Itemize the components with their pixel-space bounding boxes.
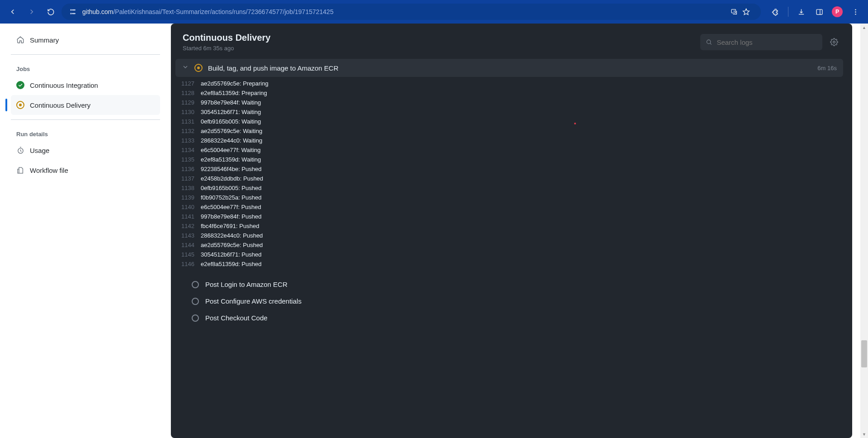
side-panel-icon[interactable] [811, 4, 827, 20]
settings-button[interactable] [827, 35, 841, 49]
log-line: 11303054512b6f71: Waiting [175, 107, 843, 117]
sidebar: Summary Jobs Continuous Integration Cont… [0, 24, 171, 438]
post-step[interactable]: Post Configure AWS credentials [175, 293, 843, 309]
svg-point-10 [707, 40, 710, 43]
log-line: 1128e2ef8a51359d: Preparing [175, 88, 843, 98]
post-step[interactable]: Post Login to Amazon ECR [175, 276, 843, 293]
home-icon [16, 36, 24, 44]
sidebar-job-ci[interactable]: Continuous Integration [11, 75, 160, 95]
log-line: 1129997b8e79e84f: Waiting [175, 98, 843, 107]
search-logs-input[interactable] [717, 38, 817, 46]
status-pending-icon [192, 314, 199, 322]
svg-point-6 [855, 9, 856, 10]
log-line: 11380efb9165b005: Pushed [175, 183, 843, 193]
search-icon [706, 38, 712, 46]
jobs-section-title: Jobs [11, 59, 160, 75]
log-line: 1142fbc4f6ce7691: Pushed [175, 221, 843, 231]
profile-avatar[interactable]: P [829, 4, 845, 20]
post-step-label: Post Login to Amazon ECR [205, 281, 288, 288]
status-running-icon [16, 101, 24, 109]
gear-icon [830, 38, 838, 46]
svg-rect-2 [72, 10, 75, 10]
step-title: Build, tag, and push image to Amazon ECR [208, 64, 812, 72]
file-icon [16, 166, 24, 174]
status-success-icon [16, 81, 24, 89]
workflow-started: Started 6m 35s ago [183, 45, 270, 52]
scroll-thumb[interactable] [861, 340, 867, 367]
sidebar-usage-label: Usage [30, 147, 49, 154]
log-line: 1144ae2d55769c5e: Pushed [175, 240, 843, 250]
scroll-down-arrow[interactable]: ▼ [860, 430, 868, 438]
sidebar-summary-label: Summary [30, 36, 59, 44]
log-line: 11332868322e44c0: Waiting [175, 136, 843, 145]
step-duration: 6m 16s [817, 65, 837, 71]
browser-toolbar: github.com/PaletiKrishnasai/Text-Summari… [0, 0, 868, 24]
log-output: 1127ae2d55769c5e: Preparing1128e2ef8a513… [175, 77, 843, 276]
address-bar[interactable]: github.com/PaletiKrishnasai/Text-Summari… [61, 4, 761, 20]
svg-rect-5 [816, 9, 822, 14]
post-step-label: Post Configure AWS credentials [205, 297, 302, 305]
install-app-icon[interactable] [729, 7, 739, 17]
url-text: github.com/PaletiKrishnasai/Text-Summari… [82, 8, 334, 15]
svg-rect-3 [72, 13, 75, 14]
workflow-title: Continuous Delivery [183, 33, 270, 43]
post-step-label: Post Checkout Code [205, 314, 268, 322]
log-line: 1134e6c5004ee77f: Waiting [175, 145, 843, 155]
svg-point-7 [855, 11, 856, 13]
log-line: 11432868322e44c0: Pushed [175, 231, 843, 240]
status-running-icon [194, 64, 203, 72]
log-line: 1139f0b90752b25a: Pushed [175, 193, 843, 202]
chevron-down-icon [182, 63, 189, 72]
downloads-icon[interactable] [793, 4, 809, 20]
step-header[interactable]: Build, tag, and push image to Amazon ECR… [175, 59, 843, 77]
sidebar-usage[interactable]: Usage [11, 140, 160, 160]
log-line: 1140e6c5004ee77f: Pushed [175, 202, 843, 212]
scroll-up-arrow[interactable]: ▲ [860, 24, 868, 31]
log-line: 113692238546f4be: Pushed [175, 164, 843, 174]
log-line: 11453054512b6f71: Pushed [175, 250, 843, 259]
post-step[interactable]: Post Checkout Code [175, 309, 843, 326]
log-line: 1127ae2d55769c5e: Preparing [175, 79, 843, 88]
sidebar-workflow-file[interactable]: Workflow file [11, 160, 160, 180]
log-line: 1135e2ef8a51359d: Waiting [175, 155, 843, 164]
sidebar-summary[interactable]: Summary [11, 30, 160, 50]
reload-button[interactable] [42, 4, 59, 20]
run-details-section-title: Run details [11, 124, 160, 140]
log-line: 1141997b8e79e84f: Pushed [175, 212, 843, 221]
back-button[interactable] [5, 4, 21, 20]
log-line: 1132ae2d55769c5e: Waiting [175, 126, 843, 136]
cursor-dot [574, 123, 576, 124]
svg-point-11 [833, 41, 835, 43]
site-info-icon[interactable] [68, 7, 78, 17]
log-line: 1146e2ef8a51359d: Pushed [175, 259, 843, 269]
page-scrollbar[interactable]: ▲ ▼ [860, 24, 868, 438]
bookmark-star-icon[interactable] [741, 7, 751, 17]
forward-button[interactable] [24, 4, 40, 20]
log-line: 1137e2458b2ddbdb: Pushed [175, 174, 843, 183]
workflow-panel: Continuous Delivery Started 6m 35s ago [171, 24, 852, 438]
search-logs[interactable] [700, 34, 822, 50]
stopwatch-icon [16, 146, 24, 154]
sidebar-job-label: Continuous Integration [30, 81, 98, 89]
sidebar-job-cd[interactable]: Continuous Delivery [11, 95, 160, 115]
extensions-icon[interactable] [767, 4, 783, 20]
svg-point-1 [71, 13, 71, 14]
log-line: 11310efb9165b005: Waiting [175, 117, 843, 126]
status-pending-icon [192, 281, 199, 288]
menu-button[interactable] [847, 4, 863, 20]
sidebar-job-label: Continuous Delivery [30, 101, 90, 109]
status-pending-icon [192, 298, 199, 305]
sidebar-workflow-file-label: Workflow file [30, 167, 68, 174]
svg-point-8 [855, 14, 856, 15]
svg-point-0 [71, 10, 71, 10]
